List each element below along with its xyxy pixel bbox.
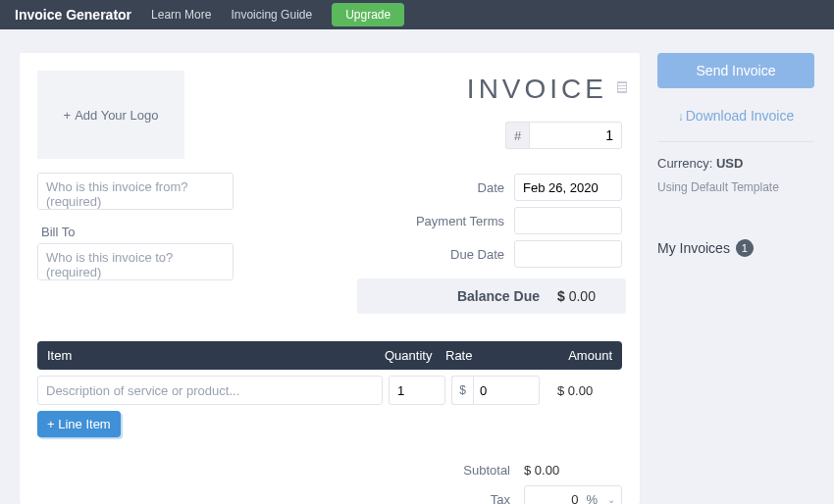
drag-icon [617, 81, 627, 93]
col-rate: Rate [445, 348, 534, 363]
brand-name: Invoice Generator [15, 7, 131, 23]
tax-input[interactable]: 0 % ⌄ [524, 485, 622, 504]
balance-value: $ 0.00 [557, 288, 616, 304]
tax-unit: % [582, 492, 601, 505]
invoice-card: + Add Your Logo INVOICE # Bill To [20, 53, 640, 504]
subtotal-value: $ 0.00 [524, 463, 622, 478]
line-item-row: $ $ 0.00 [37, 376, 622, 405]
item-description-input[interactable] [37, 376, 383, 405]
send-invoice-button[interactable]: Send Invoice [657, 53, 814, 88]
invoice-number-input[interactable] [529, 122, 622, 149]
item-rate-wrap: $ [451, 376, 540, 405]
add-logo-box[interactable]: + Add Your Logo [37, 71, 184, 159]
date-label: Date [478, 180, 504, 195]
upgrade-button[interactable]: Upgrade [332, 3, 404, 26]
col-amount: Amount [534, 348, 612, 363]
my-invoices-link[interactable]: My Invoices 1 [657, 239, 814, 257]
template-label[interactable]: Using Default Template [657, 180, 814, 194]
totals-section: Subtotal $ 0.00 Tax 0 % ⌄ + Discount + S… [37, 463, 622, 504]
date-input[interactable] [514, 174, 622, 201]
subtotal-label: Subtotal [463, 463, 510, 478]
item-quantity-input[interactable] [389, 376, 445, 405]
item-rate-input[interactable] [473, 376, 540, 405]
invoice-number-symbol: # [505, 122, 529, 149]
mid-row: Bill To Date Payment Terms Due Date Bala… [37, 173, 622, 314]
invoice-title[interactable]: INVOICE [462, 71, 622, 108]
balance-label: Balance Due [457, 288, 540, 304]
sidebar: Send Invoice ↓Download Invoice Currency:… [657, 53, 814, 504]
add-logo-label: Add Your Logo [75, 108, 158, 123]
download-icon: ↓ [678, 110, 684, 124]
plus-icon: + [64, 108, 72, 123]
tax-value: 0 [525, 492, 582, 505]
invoice-title-text: INVOICE [467, 74, 607, 104]
meta-fields: Date Payment Terms Due Date Balance Due … [357, 173, 622, 314]
item-amount: $ 0.00 [546, 383, 622, 398]
tax-label: Tax [491, 492, 510, 505]
due-date-label: Due Date [450, 247, 504, 262]
balance-row: Balance Due $ 0.00 [357, 278, 626, 314]
title-area: INVOICE # [462, 71, 622, 149]
header-row: + Add Your Logo INVOICE # [37, 71, 622, 159]
col-item: Item [47, 348, 385, 363]
from-input[interactable] [37, 173, 234, 210]
divider [657, 141, 814, 142]
terms-label: Payment Terms [416, 214, 504, 228]
addresses: Bill To [37, 173, 234, 314]
plus-icon: + [47, 417, 58, 431]
terms-input[interactable] [514, 207, 622, 234]
currency-label: Currency: [657, 156, 716, 171]
currency-row[interactable]: Currency: USD [657, 156, 814, 171]
main-container: + Add Your Logo INVOICE # Bill To [0, 29, 834, 504]
items-header: Item Quantity Rate Amount [37, 341, 622, 370]
download-invoice-link[interactable]: ↓Download Invoice [657, 108, 814, 124]
col-quantity: Quantity [385, 348, 445, 363]
invoice-count-badge: 1 [736, 239, 754, 257]
currency-symbol: $ [451, 376, 473, 405]
navbar: Invoice Generator Learn More Invoicing G… [0, 0, 834, 29]
due-date-input[interactable] [514, 240, 622, 268]
chevron-down-icon: ⌄ [601, 494, 621, 505]
nav-invoicing-guide[interactable]: Invoicing Guide [231, 8, 312, 22]
currency-value: USD [716, 156, 743, 171]
nav-learn-more[interactable]: Learn More [151, 8, 211, 22]
my-invoices-label: My Invoices [657, 240, 730, 256]
billto-label: Bill To [41, 225, 234, 239]
invoice-number-row: # [462, 122, 622, 149]
add-line-item-button[interactable]: + Line Item [37, 411, 121, 437]
to-input[interactable] [37, 243, 234, 280]
